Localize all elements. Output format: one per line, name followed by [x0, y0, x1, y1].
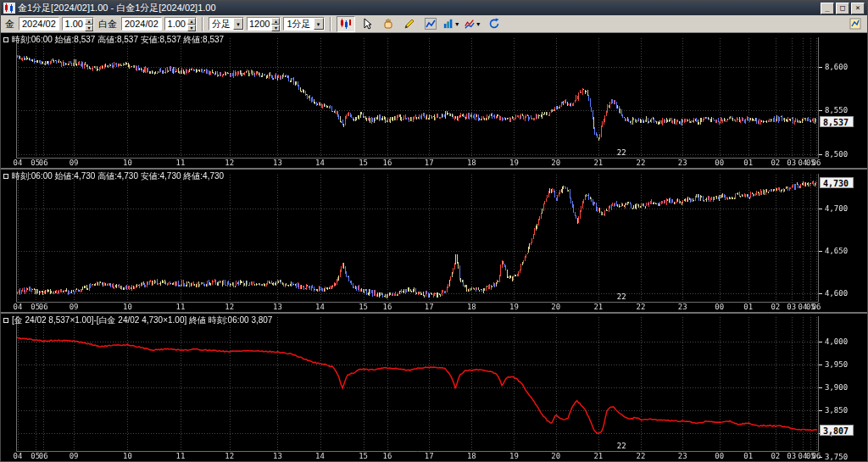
line-chart-icon — [425, 18, 437, 30]
platinum-chart-panel: 時刻:06:00 始値:4,730 高値:4,730 安値:4,730 終値:4… — [1, 168, 867, 312]
panel-settings-button[interactable] — [846, 16, 865, 32]
chevron-down-icon[interactable]: ▾ — [233, 18, 243, 30]
hand-icon — [382, 18, 394, 30]
minimize-button[interactable]: _ — [821, 3, 834, 14]
pencil-icon — [403, 18, 415, 30]
candlestick-chart-icon — [340, 18, 352, 30]
hand-tool-button[interactable] — [379, 16, 398, 32]
spread-chart-canvas[interactable] — [1, 314, 867, 461]
spin-up-icon[interactable]: ▴ — [85, 18, 93, 25]
window-controls: _ □ × — [821, 3, 865, 14]
toolbar-separator — [202, 17, 203, 31]
chevron-down-icon: ▼ — [454, 21, 460, 27]
refresh-button[interactable] — [485, 16, 504, 32]
spin-down-icon[interactable]: ▾ — [187, 25, 196, 31]
cursor-icon — [361, 18, 373, 30]
chevron-down-icon[interactable]: ▾ — [314, 18, 324, 30]
platinum-contract-field[interactable]: 2024/02 — [121, 17, 162, 31]
platinum-last-price-badge: 4,730 — [820, 177, 854, 188]
period-type-dropdown[interactable]: 分足 ▾ — [209, 17, 244, 31]
gold-label: 金 — [3, 18, 16, 31]
maximize-button[interactable]: □ — [836, 3, 849, 14]
panel-settings-icon — [849, 18, 861, 30]
title-bar[interactable]: 金1分足[2024/02]1.00 - 白金1分足[2024/02]1.00 _… — [1, 1, 867, 15]
bar-chart-icon — [443, 18, 453, 30]
spin-down-icon[interactable]: ▾ — [85, 25, 93, 31]
candlestick-chart-button[interactable] — [337, 16, 355, 32]
platinum-multiplier-spinner[interactable]: 1.00 ▴ ▾ — [164, 17, 197, 31]
compare-chart-icon — [465, 18, 475, 30]
toolbar: 金 2024/02 1.00 ▴ ▾ 白金 2024/02 1.00 ▴ ▾ 分… — [1, 15, 867, 33]
spin-up-icon[interactable]: ▴ — [271, 18, 280, 25]
gold-multiplier-spinner[interactable]: 1.00 ▴ ▾ — [62, 17, 94, 31]
gold-contract-field[interactable]: 2024/02 — [19, 17, 59, 31]
compare-chart-button[interactable]: ▼ — [464, 16, 482, 32]
bar-count-spinner[interactable]: 1200 ▴ ▾ — [247, 17, 281, 31]
spread-last-price-badge: 3,807 — [820, 425, 854, 436]
window-title: 金1分足[2024/02]1.00 - 白金1分足[2024/02]1.00 — [18, 1, 821, 15]
platinum-label: 白金 — [97, 18, 119, 31]
bar-chart-button[interactable]: ▼ — [442, 16, 461, 32]
spin-down-icon[interactable]: ▾ — [271, 25, 280, 31]
toolbar-separator — [330, 17, 331, 31]
spin-up-icon[interactable]: ▴ — [187, 18, 196, 25]
cursor-button[interactable] — [358, 16, 376, 32]
close-button[interactable]: × — [851, 3, 865, 14]
line-chart-button[interactable] — [421, 16, 440, 32]
spread-chart-panel: [金 24/02 8,537×1.00]-[白金 24/02 4,730×1.0… — [1, 312, 867, 461]
platinum-chart-canvas[interactable] — [1, 170, 867, 312]
draw-tool-button[interactable] — [400, 16, 419, 32]
chevron-down-icon: ▼ — [476, 21, 481, 27]
refresh-icon — [488, 18, 500, 30]
chart-area: 時刻:06:00 始値:8,537 高値:8,537 安値:8,537 終値:8… — [1, 33, 867, 461]
gold-chart-panel: 時刻:06:00 始値:8,537 高値:8,537 安値:8,537 終値:8… — [1, 33, 867, 168]
interval-dropdown[interactable]: 1分足 ▾ — [283, 17, 324, 31]
gold-chart-canvas[interactable] — [1, 33, 867, 168]
app-window: 金1分足[2024/02]1.00 - 白金1分足[2024/02]1.00 _… — [0, 0, 868, 462]
gold-last-price-badge: 8,537 — [820, 116, 854, 127]
app-icon — [3, 3, 15, 14]
